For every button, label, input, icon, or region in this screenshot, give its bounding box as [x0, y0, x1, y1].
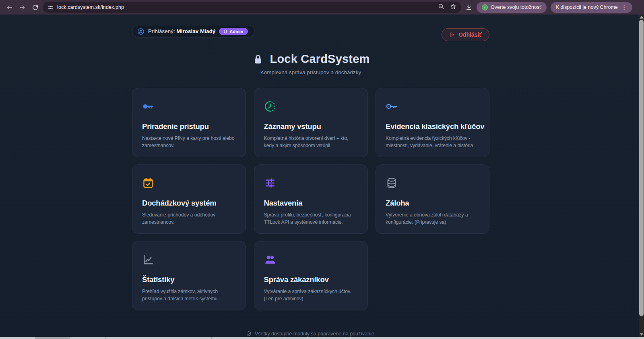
module-card-title: Priradenie prístupu — [142, 122, 236, 131]
page-subtitle: Komplexná správa prístupov a dochádzky — [132, 69, 489, 75]
module-card[interactable]: Evidencia klasických kľúčovKompletná evi… — [376, 88, 489, 157]
back-icon[interactable] — [4, 2, 14, 12]
verify-identity-chip[interactable]: i Overte svoju totožnosť — [477, 2, 547, 13]
module-card-description: Kompletná evidencia fyzických kľúčov - m… — [386, 135, 479, 149]
calendar-check-icon — [142, 177, 154, 189]
module-card-title: Záznamy vstupu — [264, 122, 358, 131]
app-page: Prihlásený: Miroslav Mladý Admin Odhlási… — [0, 15, 644, 339]
module-card[interactable]: ZálohaVytvorenie a obnova záloh databázy… — [376, 164, 489, 234]
chart-icon — [142, 254, 154, 266]
module-card[interactable]: Priradenie prístupuNastavte nové PINy a … — [132, 88, 246, 157]
scrollbar-up-arrow-icon[interactable] — [640, 16, 644, 19]
people-icon — [264, 254, 276, 266]
module-card-description: Vytvorenie a obnova záloh databázy a kon… — [386, 211, 479, 226]
module-card-description: Sledovanie príchodov a odchodov zamestna… — [142, 211, 236, 226]
shield-check-icon — [246, 331, 252, 337]
module-card-title: Štatistiky — [142, 275, 236, 284]
module-card-title: Evidencia klasických kľúčov — [386, 122, 479, 131]
module-card-description: Prehľad využitia zámkov, aktívnych príst… — [142, 288, 236, 302]
taskbar-edge — [0, 337, 644, 339]
sliders-icon — [264, 177, 276, 189]
browser-toolbar: lock.cardsystem.sk/index.php i Overte sv… — [0, 0, 644, 15]
user-name: Miroslav Mladý — [177, 28, 216, 34]
bookmark-star-icon[interactable] — [450, 3, 456, 11]
key-solid-icon — [142, 100, 154, 112]
url-text[interactable]: lock.cardsystem.sk/index.php — [57, 4, 124, 10]
module-card[interactable]: Dochádzkový systémSledovanie príchodov a… — [132, 164, 246, 234]
module-card-title: Správa zákazníkov — [264, 275, 358, 284]
forward-icon[interactable] — [17, 2, 27, 12]
site-settings-icon[interactable] — [47, 4, 54, 10]
module-card[interactable]: Záznamy vstupuKompletná história otvoren… — [254, 88, 368, 157]
key-outline-icon — [386, 100, 398, 112]
page-scrollbar[interactable] — [639, 15, 644, 339]
logged-in-text: Prihlásený: Miroslav Mladý — [148, 28, 215, 34]
module-card-title: Dochádzkový systém — [142, 199, 236, 208]
address-bar[interactable]: lock.cardsystem.sk/index.php — [43, 2, 461, 13]
module-card-description: Nastavte nové PINy a karty pre hostí ale… — [142, 135, 236, 149]
module-card[interactable]: ŠtatistikyPrehľad využitia zámkov, aktív… — [132, 241, 246, 310]
module-card-title: Záloha — [386, 199, 479, 208]
browser-menu-icon[interactable]: ⋮ — [621, 4, 627, 10]
logged-in-user-pill: Prihlásený: Miroslav Mladý Admin — [132, 25, 255, 37]
lock-icon — [252, 53, 264, 65]
module-card[interactable]: NastaveniaSpráva profilu, bezpečnosť, ko… — [254, 164, 368, 234]
database-icon — [386, 177, 398, 189]
shield-icon — [223, 29, 227, 33]
download-icon[interactable] — [465, 4, 473, 11]
page-title: Lock CardSystem — [270, 52, 370, 66]
chrome-update-label: K dispozícii je nový Chrome — [556, 4, 618, 10]
module-card-description: Vytváranie a správa zákazníckych účtov. … — [264, 288, 358, 302]
module-card-description: Kompletná história otvorení dverí – kto,… — [264, 135, 358, 149]
scrollbar-thumb[interactable] — [639, 20, 644, 316]
identity-status-icon: i — [482, 4, 488, 10]
clock-icon — [264, 100, 276, 112]
role-badge: Admin — [219, 28, 248, 35]
status-footer: Všetky dostupné moduly sú pripravené na … — [132, 331, 489, 337]
user-avatar-icon — [137, 28, 144, 35]
logout-icon — [449, 32, 455, 38]
module-card-title: Nastavenia — [264, 199, 358, 208]
module-grid: Priradenie prístupuNastavte nové PINy a … — [132, 88, 489, 310]
chrome-update-chip[interactable]: K dispozícii je nový Chrome ⋮ — [551, 2, 632, 13]
reload-icon[interactable] — [30, 2, 40, 12]
logout-button[interactable]: Odhlásiť — [442, 28, 489, 41]
module-card-description: Správa profilu, bezpečnosť, konfigurácia… — [264, 211, 358, 226]
zoom-icon[interactable] — [438, 3, 444, 11]
logout-label: Odhlásiť — [458, 31, 482, 38]
status-text: Všetky dostupné moduly sú pripravené na … — [255, 331, 376, 337]
scrollbar-down-arrow-icon[interactable] — [640, 333, 644, 336]
module-card[interactable]: Správa zákazníkovVytváranie a správa zák… — [254, 241, 368, 310]
verify-identity-label: Overte svoju totožnosť — [491, 4, 541, 10]
